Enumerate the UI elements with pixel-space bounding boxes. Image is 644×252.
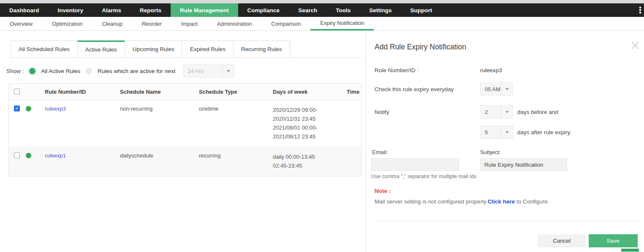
header-schedule-name: Schedule Name: [120, 89, 199, 95]
panel-divider: [374, 221, 639, 221]
show-filter-row: Show : All Active Rules Rules which are …: [6, 64, 366, 78]
note-label: Note :: [375, 188, 391, 194]
schedule-name-cell: non-recurring: [120, 106, 199, 112]
duration-dropdown[interactable]: 24 Hrs: [183, 64, 234, 78]
subnav-item-optimization[interactable]: Optimization: [42, 17, 92, 30]
rules-main-area: All Scheduled Rules Active Rules Upcomin…: [0, 31, 366, 252]
save-button[interactable]: Save: [589, 234, 638, 247]
nav-item-alarms[interactable]: Alarms: [92, 3, 130, 17]
sub-navbar: Overview Optimization Cleanup Reorder Im…: [0, 17, 644, 31]
nav-item-compliance[interactable]: Compliance: [238, 3, 289, 17]
subject-input[interactable]: [480, 158, 567, 171]
row-check-cell: [9, 152, 45, 158]
table-header-row: Rule Number/ID Schedule Name Schedule Ty…: [9, 84, 361, 100]
tab-expired-rules[interactable]: Expired Rules: [182, 41, 234, 57]
subnav-item-reorder[interactable]: Reorder: [132, 17, 171, 30]
nav-item-search[interactable]: Search: [289, 3, 326, 17]
days-after-dropdown-value: 5: [481, 129, 501, 135]
select-all-checkbox[interactable]: [14, 89, 20, 95]
row-checkbox[interactable]: ✓: [14, 106, 20, 111]
email-hint: Use comma "," separator for multiple mai…: [371, 173, 476, 179]
nav-item-dashboard[interactable]: Dashboard: [0, 3, 49, 17]
header-days-of-week: Days of week: [273, 89, 347, 95]
table-row: ✓ ruleexp3 non-recurring onetime 2020/12…: [9, 100, 361, 147]
days-before-suffix: days before and: [517, 109, 558, 115]
days-before-dropdown[interactable]: 2: [480, 105, 513, 119]
nav-item-support[interactable]: Support: [401, 3, 441, 17]
header-check-cell: [9, 89, 45, 95]
email-input[interactable]: [371, 158, 459, 171]
active-status-icon: [26, 153, 31, 158]
window-top-strip: [0, 0, 644, 3]
rule-id-label: Rule Number/ID :: [375, 67, 418, 73]
days-of-week-cell: 2020/12/29 09:00- 2020/12/31 23:45 2021/…: [273, 106, 347, 141]
tab-active-rules[interactable]: Active Rules: [77, 41, 125, 57]
check-time-dropdown-value: 05 AM: [481, 86, 501, 92]
table-row: ruleexp1 dailyschedule recurring daily 0…: [9, 147, 361, 176]
rule-link[interactable]: ruleexp3: [45, 106, 66, 112]
rule-link[interactable]: ruleexp1: [45, 152, 66, 159]
radio-all-active-rules-label: All Active Rules: [41, 68, 80, 74]
radio-selected-icon[interactable]: [29, 68, 35, 74]
subnav-item-impact[interactable]: Impact: [171, 17, 207, 30]
note-text: Mail server setting is not configured pr…: [375, 198, 549, 205]
cancel-button[interactable]: Cancel: [538, 234, 586, 247]
tab-all-scheduled-rules[interactable]: All Scheduled Rules: [11, 41, 78, 57]
note-message: Mail server setting is not configured pr…: [375, 198, 488, 205]
nav-item-rule-management[interactable]: Rule Management: [171, 3, 238, 17]
subnav-item-comparison[interactable]: Comparison: [261, 17, 310, 30]
check-expiry-label: Check this rule expiry everyday: [375, 86, 454, 92]
header-time: Time: [347, 89, 361, 95]
subnav-item-overview[interactable]: Overview: [0, 17, 42, 30]
close-icon[interactable]: [630, 41, 640, 50]
radio-all-active-rules[interactable]: All Active Rules: [29, 68, 80, 74]
tab-recurring-rules[interactable]: Recurring Rules: [233, 41, 290, 57]
nav-item-tools[interactable]: Tools: [326, 3, 360, 17]
header-schedule-type: Schedule Type: [199, 89, 273, 95]
days-after-dropdown[interactable]: 5: [480, 125, 513, 139]
rules-tab-bar: All Scheduled Rules Active Rules Upcomin…: [11, 41, 361, 58]
panel-title: Add Rule Expiry Notification: [375, 43, 466, 51]
schedule-name-cell: dailyschedule: [120, 152, 199, 159]
content-area: All Scheduled Rules Active Rules Upcomin…: [0, 31, 644, 252]
main-navbar: Dashboard Inventory Alarms Reports Rule …: [0, 3, 644, 17]
nav-item-settings[interactable]: Settings: [360, 3, 401, 17]
subnav-item-cleanup[interactable]: Cleanup: [92, 17, 132, 30]
subnav-item-administration[interactable]: Administration: [207, 17, 261, 30]
radio-active-for-next-label: Rules which are active for next: [98, 68, 175, 74]
chevron-down-icon: [501, 106, 513, 118]
row-check-cell: ✓: [9, 106, 45, 111]
days-after-suffix: days after rule expiry.: [517, 129, 571, 135]
subject-label: Subject:: [480, 149, 501, 155]
note-suffix: to Configure.: [515, 198, 549, 205]
radio-active-for-next[interactable]: Rules which are active for next: [86, 68, 175, 74]
click-here-link[interactable]: Click here: [488, 198, 515, 205]
radio-unselected-icon[interactable]: [86, 68, 92, 74]
rule-id-value: ruleexp3: [480, 67, 502, 73]
active-status-icon: [26, 106, 31, 111]
chevron-down-icon: [501, 126, 513, 138]
notify-label: Notify: [375, 109, 389, 115]
nav-item-inventory[interactable]: Inventory: [49, 3, 93, 17]
days-before-dropdown-value: 2: [481, 109, 501, 115]
nav-item-reports[interactable]: Reports: [130, 3, 171, 17]
schedule-type-cell: recurring: [199, 152, 273, 159]
schedule-type-cell: onetime: [199, 106, 273, 112]
check-time-dropdown[interactable]: 05 AM: [480, 82, 513, 96]
chevron-down-icon: [501, 83, 513, 95]
subnav-item-expiry-notification[interactable]: Expiry Notification: [310, 17, 374, 30]
duration-dropdown-value: 24 Hrs: [183, 68, 222, 74]
show-label: Show :: [6, 68, 24, 74]
days-of-week-cell: daily 00:00-13:45 02:45-23:45: [273, 152, 347, 170]
partial-button-below-fold[interactable]: [621, 249, 639, 252]
chevron-down-icon: [222, 65, 234, 77]
scheduled-rules-table: Rule Number/ID Schedule Name Schedule Ty…: [8, 83, 361, 176]
more-menu-icon[interactable]: [637, 5, 643, 15]
tab-upcoming-rules[interactable]: Upcoming Rules: [125, 41, 182, 57]
add-rule-expiry-notification-panel: Add Rule Expiry Notification Rule Number…: [366, 31, 644, 252]
header-rule-id: Rule Number/ID: [45, 89, 120, 95]
email-label: Email:: [372, 149, 388, 155]
row-checkbox[interactable]: [14, 152, 20, 158]
